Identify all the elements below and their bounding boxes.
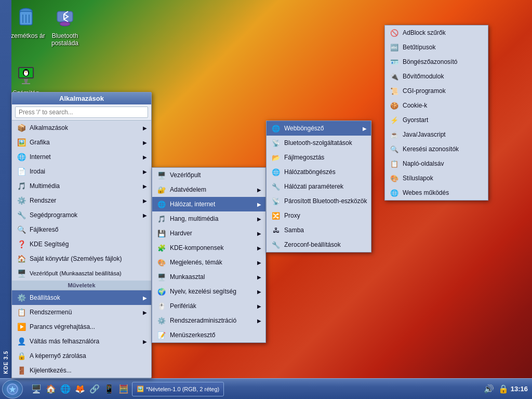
desktop-icon-szemet[interactable]: Szemétkos ár (5, 5, 47, 39)
sub-cgi-label: CGI-programok (403, 87, 446, 95)
sub-halozat-item[interactable]: 🌐 Hálózat, internet ▶ (152, 197, 265, 211)
taskbar-app-btn[interactable]: 🖼️ *Névtelen-1.0 (RGB, 2 réteg) (132, 382, 224, 396)
sub-cookie[interactable]: 🍪 Cookie-k (385, 98, 488, 113)
desktop-icon-bluetooth[interactable]: Bluetoothpostaláda (44, 5, 86, 47)
sub-gyorstar-icon: ⚡ (389, 115, 400, 125)
launcher-item-kijelentkezes[interactable]: 🚪 Kijelentkezés... (12, 363, 151, 378)
taskbar-app-icon: 🖼️ (137, 385, 144, 392)
sub-gyorstar-label: Gyorstart (403, 116, 428, 124)
sub-kde-komp[interactable]: 🧩 KDE-komponensek ▶ (152, 241, 265, 255)
launcher-item-vezerlo[interactable]: 🖥️ Vezérlőpult (Munkaasztal beállítása) (12, 266, 151, 281)
sub-hardver[interactable]: 💾 Hardver ▶ (152, 226, 265, 241)
launcher-search-area (12, 104, 151, 121)
sub-adblock-label: AdBlock szűrők (403, 29, 446, 36)
svg-point-14 (24, 71, 25, 71)
valtas-icon: 👤 (16, 336, 26, 347)
sub-bon-azon-label: Böngészőazonosító (403, 58, 457, 65)
sub-fajlmeg[interactable]: 📂 Fájlmegosztás (267, 150, 371, 165)
internet-icon: 🌐 (16, 152, 26, 162)
sub-samba[interactable]: 🖧 Samba (267, 223, 371, 237)
sub-cgi[interactable]: 📜 CGI-programok (385, 84, 488, 98)
sub-rendszeradmin-icon: ⚙️ (156, 315, 167, 326)
sub-fajlmeg-icon: 📂 (271, 152, 281, 163)
sub-stiluslapok[interactable]: 🎨 Stíluslapok (385, 171, 488, 185)
sub-webes-muk-icon: 🌐 (389, 188, 400, 198)
launcher-item-fajlkereso[interactable]: 🔍 Fájlkereső (12, 222, 151, 237)
sub-webbon-item[interactable]: 🌐 Webböngésző ▶ (267, 121, 371, 136)
launcher-item-alkalmazasok[interactable]: 📦 Alkalmazások ▶ (12, 121, 151, 135)
launcher-item-internet[interactable]: 🌐 Internet ▶ (12, 150, 151, 164)
bluetooth-label: Bluetoothpostaláda (51, 32, 78, 47)
arrow-icon: ▶ (252, 202, 261, 207)
sub-stiluslapok-icon: 🎨 (389, 173, 400, 183)
home-icon-btn[interactable]: 🏠 (45, 383, 57, 395)
bluetooth-icon (52, 5, 77, 30)
sub-adblock[interactable]: 🚫 AdBlock szűrők (385, 25, 488, 40)
sub-bt-svc-icon: 📡 (271, 138, 281, 148)
sub-naplo-icon: 📋 (389, 158, 400, 169)
skype-icon-btn[interactable]: 📱 (103, 383, 115, 395)
launcher-item-parancs[interactable]: ▶️ Parancs végrehajtása... (12, 320, 151, 334)
launcher-item-rendszer[interactable]: ⚙️ Rendszer ▶ (12, 193, 151, 208)
sub-webes-muk[interactable]: 🌐 Webes működés (385, 185, 488, 200)
arrow-icon: ▶ (252, 231, 261, 236)
ie-icon-btn[interactable]: 🌐 (59, 383, 72, 395)
sub-halozatbon[interactable]: 🌐 Hálózatböngészés (267, 165, 371, 179)
sub-java-icon: ☕ (389, 129, 400, 140)
launcher-item-multimedia[interactable]: 🎵 Multimédia ▶ (12, 179, 151, 193)
sub-menuszerkeszto[interactable]: 📝 Menüszerkesztő (152, 328, 265, 342)
kde-version-text: KDE 3.5 (3, 351, 9, 374)
sub-bt-esz[interactable]: 📡 Párosított Bluetooth-eszközök (267, 194, 371, 208)
launcher-item-grafika[interactable]: 🖼️ Grafika ▶ (12, 135, 151, 150)
launcher-item-beallitasok[interactable]: ⚙️ Beállítások ▶ (12, 290, 151, 305)
sub-zeroconf[interactable]: 🔧 Zeroconf-beállítások (267, 237, 371, 252)
sub-megjeles[interactable]: 🎨 Megjelenés, témák ▶ (152, 255, 265, 270)
sub-periferia[interactable]: 🖱️ Perifériák ▶ (152, 299, 265, 313)
sub-cookie-icon: 🍪 (389, 100, 400, 111)
launcher-item-seged[interactable]: 🔧 Segédprogramok ▶ (12, 208, 151, 222)
sub-bt-svc[interactable]: 📡 Bluetooth-szolgáltatások (267, 136, 371, 150)
sub-ker-azon-icon: 🔍 (389, 144, 400, 154)
desktop-icon-btn[interactable]: 🖥️ (30, 383, 43, 395)
launcher-item-sajat[interactable]: 🏠 Saját könyvtár (Személyes fájlok) (12, 251, 151, 266)
launcher-item-irodai[interactable]: 📄 Irodai ▶ (12, 164, 151, 179)
launcher-search-input[interactable] (15, 107, 148, 118)
sub-naplo[interactable]: 📋 Napló-oldalsáv (385, 156, 488, 171)
lock-icon[interactable]: 🔒 (497, 383, 510, 395)
muveletek-section: Műveletek (12, 281, 151, 290)
sub-java-label: Java/Javascript (403, 131, 446, 138)
start-button[interactable] (2, 380, 23, 398)
parancs-icon: ▶️ (16, 322, 26, 332)
sub-betutip[interactable]: 🔤 Betűtípusok (385, 40, 488, 55)
alkalmazasok-label: Alkalmazások (30, 124, 68, 131)
volume-icon[interactable]: 🔊 (483, 383, 495, 395)
firefox-icon-btn[interactable]: 🦊 (74, 383, 86, 395)
sub-bon-azon[interactable]: 🪪 Böngészőazonosító (385, 55, 488, 69)
svg-point-6 (60, 22, 70, 26)
sub-proxy[interactable]: 🔀 Proxy (267, 208, 371, 223)
launcher-item-kde-help[interactable]: ❓ KDE Segítség (12, 237, 151, 251)
sub-webbon-icon: 🌐 (271, 123, 281, 134)
launcher-item-rendszermenu[interactable]: 📋 Rendszermenü ▶ (12, 305, 151, 320)
sub-java[interactable]: ☕ Java/Javascript (385, 127, 488, 142)
sub-halozatpar[interactable]: 🔧 Hálózati paraméterek (267, 179, 371, 194)
sub-vezerlopult[interactable]: 🖥️ Vezérlőpult (152, 168, 265, 182)
sub-halozatpar-icon: 🔧 (271, 181, 281, 192)
sub-munkaasztal[interactable]: 🖥️ Munkaasztal ▶ (152, 270, 265, 284)
sub-rendszeradmin[interactable]: ⚙️ Rendszeradminisztráció ▶ (152, 313, 265, 328)
sub-kde-komp-label: KDE-komponensek (170, 244, 223, 251)
submenu-halozat: 🌐 Webböngésző ▶ 📡 Bluetooth-szolgáltatás… (266, 121, 371, 252)
sub-nyelv[interactable]: 🌍 Nyelv, kezelési segítség ▶ (152, 284, 265, 299)
beallitasok-label: Beállítások (30, 294, 60, 301)
network-icon-btn[interactable]: 🔗 (88, 383, 101, 395)
arrow-icon: ▶ (143, 212, 147, 218)
sub-hang[interactable]: 🎵 Hang, multimédia ▶ (152, 211, 265, 226)
sub-bovito[interactable]: 🔌 Bővítőmodulok (385, 69, 488, 84)
launcher-item-zarol[interactable]: 🔒 A képernyő zárolása (12, 349, 151, 363)
sub-proxy-label: Proxy (284, 212, 300, 219)
launcher-item-valtas[interactable]: 👤 Váltás más felhasználóra ▶ (12, 334, 151, 349)
sub-gyorstar[interactable]: ⚡ Gyorstart (385, 113, 488, 127)
calc-icon-btn[interactable]: 🧮 (117, 383, 130, 395)
sub-adatvedelem[interactable]: 🔐 Adatvédelem ▶ (152, 182, 265, 197)
sub-ker-azon[interactable]: 🔍 Keresési azonosítók (385, 142, 488, 156)
